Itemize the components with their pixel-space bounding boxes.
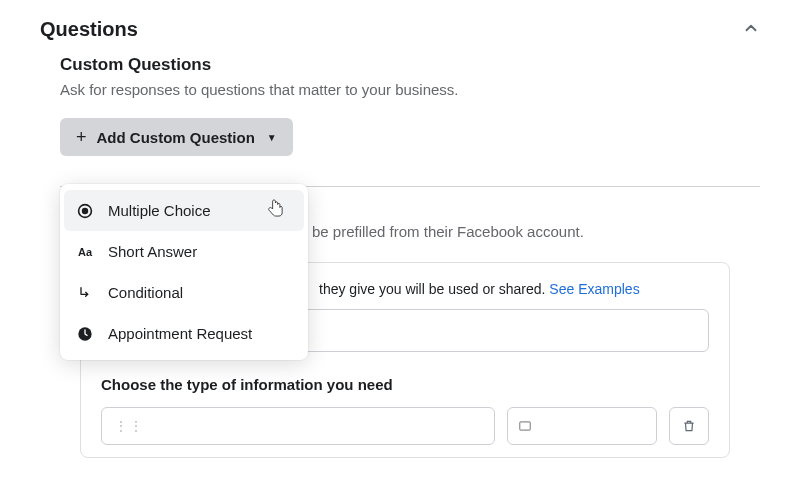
dropdown-appointment-request[interactable]: Appointment Request [60, 313, 308, 354]
trash-icon [682, 419, 696, 433]
prefill-text: be prefilled from their Facebook account… [312, 223, 584, 240]
custom-questions-title: Custom Questions [60, 55, 760, 75]
cursor-hand-icon [267, 198, 285, 225]
custom-questions-subsection: Custom Questions Ask for responses to qu… [0, 45, 800, 156]
conditional-arrow-icon [76, 285, 94, 301]
dropdown-item-label: Appointment Request [108, 325, 252, 342]
add-custom-question-button[interactable]: + Add Custom Question ▼ [60, 118, 293, 156]
card-description: they give you will be used or shared. Se… [319, 281, 709, 297]
dropdown-item-label: Conditional [108, 284, 183, 301]
clock-icon [76, 326, 94, 342]
info-type-selector[interactable]: ⋮⋮ [101, 407, 495, 445]
dropdown-short-answer[interactable]: Aa Short Answer [60, 231, 308, 272]
tag-icon [518, 419, 532, 433]
drag-handle-icon: ⋮⋮ [114, 418, 144, 434]
text-icon: Aa [76, 246, 94, 258]
secondary-selector[interactable] [507, 407, 657, 445]
dropdown-item-label: Multiple Choice [108, 202, 211, 219]
dropdown-conditional[interactable]: Conditional [60, 272, 308, 313]
delete-button[interactable] [669, 407, 709, 445]
dropdown-item-label: Short Answer [108, 243, 197, 260]
radio-icon [76, 203, 94, 219]
plus-icon: + [76, 128, 87, 146]
questions-section-header: Questions [0, 0, 800, 45]
caret-down-icon: ▼ [267, 132, 277, 143]
svg-rect-3 [520, 422, 531, 430]
add-custom-question-label: Add Custom Question [97, 129, 255, 146]
choose-type-label: Choose the type of information you need [101, 376, 709, 393]
collapse-icon[interactable] [742, 19, 760, 41]
type-row: ⋮⋮ [101, 407, 709, 445]
svg-point-1 [82, 207, 88, 213]
see-examples-link[interactable]: See Examples [549, 281, 639, 297]
questions-title: Questions [40, 18, 138, 41]
custom-questions-desc: Ask for responses to questions that matt… [60, 81, 760, 98]
